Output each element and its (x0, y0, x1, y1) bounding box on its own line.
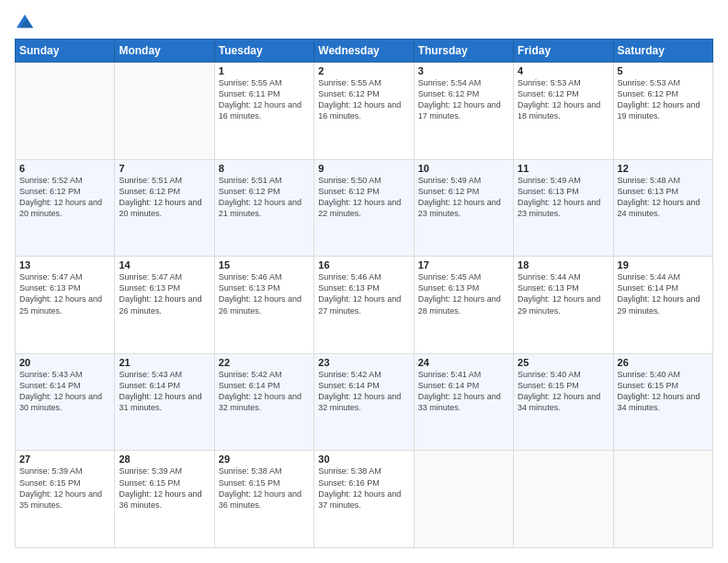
day-info: Sunrise: 5:39 AM Sunset: 6:15 PM Dayligh… (119, 465, 210, 511)
day-info: Sunrise: 5:53 AM Sunset: 6:12 PM Dayligh… (518, 77, 609, 122)
calendar-week-row: 13Sunrise: 5:47 AM Sunset: 6:13 PM Dayli… (16, 257, 713, 354)
day-info: Sunrise: 5:46 AM Sunset: 6:13 PM Dayligh… (219, 271, 310, 316)
calendar-cell (16, 63, 115, 160)
day-number: 18 (518, 259, 609, 270)
calendar-cell: 3Sunrise: 5:54 AM Sunset: 6:12 PM Daylig… (414, 63, 513, 160)
day-number: 26 (618, 357, 709, 368)
day-info: Sunrise: 5:38 AM Sunset: 6:15 PM Dayligh… (219, 465, 310, 511)
day-info: Sunrise: 5:52 AM Sunset: 6:12 PM Dayligh… (19, 175, 110, 220)
header-friday: Friday (514, 40, 613, 63)
header-tuesday: Tuesday (214, 40, 313, 63)
day-number: 14 (119, 259, 210, 270)
calendar-cell: 6Sunrise: 5:52 AM Sunset: 6:12 PM Daylig… (16, 159, 115, 257)
page: Sunday Monday Tuesday Wednesday Thursday… (0, 0, 728, 563)
day-number: 28 (119, 454, 210, 465)
day-info: Sunrise: 5:47 AM Sunset: 6:13 PM Dayligh… (19, 271, 110, 316)
day-number: 25 (518, 357, 609, 368)
day-number: 30 (318, 454, 409, 465)
day-number: 23 (318, 357, 409, 368)
calendar-cell (414, 451, 513, 548)
calendar-cell: 4Sunrise: 5:53 AM Sunset: 6:12 PM Daylig… (514, 63, 613, 160)
day-number: 20 (19, 357, 110, 368)
calendar-cell: 11Sunrise: 5:49 AM Sunset: 6:13 PM Dayli… (514, 159, 613, 257)
day-info: Sunrise: 5:41 AM Sunset: 6:14 PM Dayligh… (418, 369, 509, 414)
day-number: 11 (518, 163, 609, 174)
calendar-cell: 25Sunrise: 5:40 AM Sunset: 6:15 PM Dayli… (514, 353, 613, 451)
day-number: 4 (518, 65, 609, 76)
day-number: 21 (119, 357, 210, 368)
calendar-table: Sunday Monday Tuesday Wednesday Thursday… (15, 39, 713, 548)
calendar-cell: 24Sunrise: 5:41 AM Sunset: 6:14 PM Dayli… (414, 353, 513, 451)
day-info: Sunrise: 5:54 AM Sunset: 6:12 PM Dayligh… (418, 77, 509, 122)
calendar-cell: 12Sunrise: 5:48 AM Sunset: 6:13 PM Dayli… (613, 159, 712, 257)
calendar-cell: 20Sunrise: 5:43 AM Sunset: 6:14 PM Dayli… (16, 353, 115, 451)
day-number: 27 (19, 454, 110, 465)
day-info: Sunrise: 5:47 AM Sunset: 6:13 PM Dayligh… (119, 271, 210, 316)
calendar-cell: 17Sunrise: 5:45 AM Sunset: 6:13 PM Dayli… (414, 257, 513, 354)
calendar-week-row: 20Sunrise: 5:43 AM Sunset: 6:14 PM Dayli… (16, 353, 713, 451)
day-info: Sunrise: 5:40 AM Sunset: 6:15 PM Dayligh… (518, 369, 609, 414)
calendar-cell: 2Sunrise: 5:55 AM Sunset: 6:12 PM Daylig… (314, 63, 414, 160)
header-thursday: Thursday (414, 40, 513, 63)
header (15, 15, 713, 29)
day-number: 10 (418, 163, 509, 174)
calendar-cell: 16Sunrise: 5:46 AM Sunset: 6:13 PM Dayli… (314, 257, 414, 354)
header-wednesday: Wednesday (314, 40, 414, 63)
calendar-cell: 23Sunrise: 5:42 AM Sunset: 6:14 PM Dayli… (314, 353, 414, 451)
day-info: Sunrise: 5:55 AM Sunset: 6:11 PM Dayligh… (219, 77, 310, 122)
day-info: Sunrise: 5:49 AM Sunset: 6:13 PM Dayligh… (518, 175, 609, 220)
day-info: Sunrise: 5:40 AM Sunset: 6:15 PM Dayligh… (618, 369, 709, 414)
day-info: Sunrise: 5:49 AM Sunset: 6:12 PM Dayligh… (418, 175, 509, 220)
calendar-cell: 26Sunrise: 5:40 AM Sunset: 6:15 PM Dayli… (613, 353, 712, 451)
calendar-cell: 5Sunrise: 5:53 AM Sunset: 6:12 PM Daylig… (613, 63, 712, 160)
day-info: Sunrise: 5:44 AM Sunset: 6:13 PM Dayligh… (518, 271, 609, 316)
calendar-cell: 13Sunrise: 5:47 AM Sunset: 6:13 PM Dayli… (16, 257, 115, 354)
calendar-cell: 8Sunrise: 5:51 AM Sunset: 6:12 PM Daylig… (214, 159, 313, 257)
calendar-cell: 15Sunrise: 5:46 AM Sunset: 6:13 PM Dayli… (214, 257, 313, 354)
day-number: 29 (219, 454, 310, 465)
day-number: 8 (219, 163, 310, 174)
weekday-header-row: Sunday Monday Tuesday Wednesday Thursday… (16, 40, 713, 63)
day-number: 5 (618, 65, 709, 76)
calendar-cell: 14Sunrise: 5:47 AM Sunset: 6:13 PM Dayli… (115, 257, 214, 354)
header-monday: Monday (115, 40, 214, 63)
day-number: 1 (219, 65, 310, 76)
logo (15, 15, 33, 29)
calendar-cell: 18Sunrise: 5:44 AM Sunset: 6:13 PM Dayli… (514, 257, 613, 354)
calendar-cell: 30Sunrise: 5:38 AM Sunset: 6:16 PM Dayli… (314, 451, 414, 548)
calendar-cell: 22Sunrise: 5:42 AM Sunset: 6:14 PM Dayli… (214, 353, 313, 451)
calendar-cell: 21Sunrise: 5:43 AM Sunset: 6:14 PM Dayli… (115, 353, 214, 451)
day-info: Sunrise: 5:38 AM Sunset: 6:16 PM Dayligh… (318, 465, 409, 511)
calendar-cell: 29Sunrise: 5:38 AM Sunset: 6:15 PM Dayli… (214, 451, 313, 548)
header-sunday: Sunday (16, 40, 115, 63)
calendar-cell (115, 63, 214, 160)
day-number: 22 (219, 357, 310, 368)
day-number: 15 (219, 259, 310, 270)
day-info: Sunrise: 5:43 AM Sunset: 6:14 PM Dayligh… (119, 369, 210, 414)
day-info: Sunrise: 5:44 AM Sunset: 6:14 PM Dayligh… (618, 271, 709, 316)
day-number: 24 (418, 357, 509, 368)
logo-icon (17, 13, 33, 29)
header-saturday: Saturday (613, 40, 712, 63)
calendar-week-row: 27Sunrise: 5:39 AM Sunset: 6:15 PM Dayli… (16, 451, 713, 548)
day-number: 16 (318, 259, 409, 270)
calendar-cell: 27Sunrise: 5:39 AM Sunset: 6:15 PM Dayli… (16, 451, 115, 548)
day-info: Sunrise: 5:51 AM Sunset: 6:12 PM Dayligh… (219, 175, 310, 220)
day-number: 3 (418, 65, 509, 76)
day-number: 19 (618, 259, 709, 270)
day-number: 6 (19, 163, 110, 174)
day-number: 9 (318, 163, 409, 174)
day-info: Sunrise: 5:45 AM Sunset: 6:13 PM Dayligh… (418, 271, 509, 316)
day-info: Sunrise: 5:53 AM Sunset: 6:12 PM Dayligh… (618, 77, 709, 122)
calendar-cell: 28Sunrise: 5:39 AM Sunset: 6:15 PM Dayli… (115, 451, 214, 548)
day-info: Sunrise: 5:39 AM Sunset: 6:15 PM Dayligh… (19, 465, 110, 511)
day-info: Sunrise: 5:50 AM Sunset: 6:12 PM Dayligh… (318, 175, 409, 220)
day-info: Sunrise: 5:46 AM Sunset: 6:13 PM Dayligh… (318, 271, 409, 316)
calendar-cell: 7Sunrise: 5:51 AM Sunset: 6:12 PM Daylig… (115, 159, 214, 257)
calendar-week-row: 1Sunrise: 5:55 AM Sunset: 6:11 PM Daylig… (16, 63, 713, 160)
calendar-cell: 1Sunrise: 5:55 AM Sunset: 6:11 PM Daylig… (214, 63, 313, 160)
day-info: Sunrise: 5:42 AM Sunset: 6:14 PM Dayligh… (219, 369, 310, 414)
calendar-cell: 19Sunrise: 5:44 AM Sunset: 6:14 PM Dayli… (613, 257, 712, 354)
day-info: Sunrise: 5:43 AM Sunset: 6:14 PM Dayligh… (19, 369, 110, 414)
day-number: 2 (318, 65, 409, 76)
